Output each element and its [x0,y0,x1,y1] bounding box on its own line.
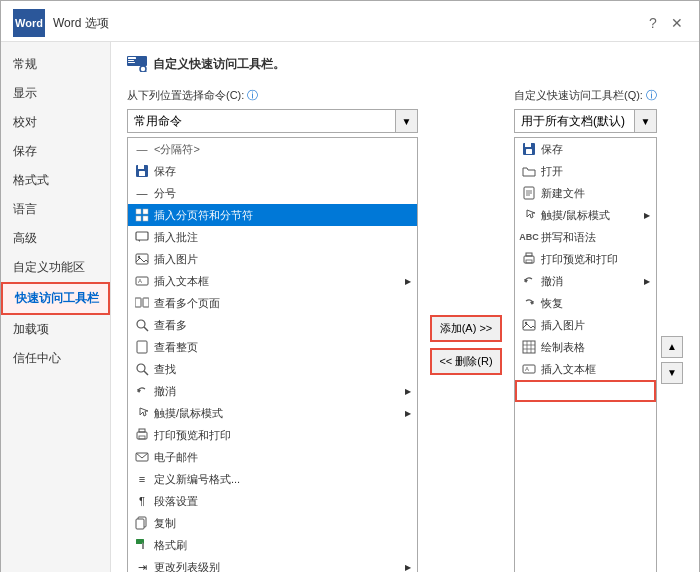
undo-arrow-icon: ▶ [405,387,411,396]
svg-line-5 [146,72,148,73]
svg-rect-8 [139,171,145,176]
from-dropdown[interactable]: 常用命令所有命令文件菜单开始选项卡 [127,109,396,133]
svg-rect-49 [523,341,535,353]
up-down-buttons: ▲ ▼ [661,88,683,572]
svg-rect-7 [138,165,144,169]
from-info-icon[interactable]: ⓘ [247,89,258,101]
svg-line-25 [144,371,148,375]
sidebar-item-customize-ribbon[interactable]: 自定义功能区 [1,253,110,282]
svg-point-21 [137,320,145,328]
svg-rect-19 [135,298,141,307]
list-item[interactable]: 打开 [515,160,656,182]
list-item[interactable]: 保存 [128,160,417,182]
list-item[interactable]: 恢复 [515,292,656,314]
sidebar-item-display[interactable]: 显示 [1,79,110,108]
add-button[interactable]: 添加(A) >> [430,315,502,342]
list-item[interactable]: 打印预览和打印 [128,424,417,446]
from-dropdown-arrow[interactable]: ▼ [396,109,418,133]
move-up-button[interactable]: ▲ [661,336,683,358]
section-title-text: 自定义快速访问工具栏。 [153,56,285,73]
list-item[interactable]: 插入图片 [515,314,656,336]
svg-marker-14 [138,240,140,242]
right-list-box[interactable]: 保存 打开 [514,137,657,572]
list-item[interactable]: 触摸/鼠标模式 ▶ [128,402,417,424]
sidebar-item-language[interactable]: 语言 [1,195,110,224]
list-item[interactable]: 查看整页 [128,336,417,358]
left-list-box[interactable]: — <分隔符> 保存 — 分号 [127,137,418,572]
sidebar-item-qat[interactable]: 快速访问工具栏 [1,282,110,315]
svg-point-24 [137,364,145,372]
list-item[interactable]: 撤消 ▶ [128,380,417,402]
list-item[interactable]: 查找 [128,358,417,380]
list-item[interactable]: 查看多个页面 [128,292,417,314]
sidebar-item-addins[interactable]: 加载项 [1,315,110,344]
list-item[interactable]: ≡ 定义新编号格式... [128,468,417,490]
list-item[interactable]: ABC 拼写和语法 [515,226,656,248]
list-item[interactable]: 打印预览和打印 [515,248,656,270]
list-item[interactable]: — <分隔符> [128,138,417,160]
new-file-icon [521,185,537,201]
sidebar-item-save[interactable]: 保存 [1,137,110,166]
comment-icon [134,229,150,245]
dialog-body: 常规 显示 校对 保存 格式式 语言 高级 自定义功能区 [1,42,699,572]
list-item[interactable]: A 插入文本框 ▶ [128,270,417,292]
spell-icon: ABC [521,229,537,245]
move-down-button[interactable]: ▼ [661,362,683,384]
svg-rect-27 [137,432,147,439]
list-item[interactable]: 保存 [515,138,656,160]
list-item[interactable]: — 分号 [128,182,417,204]
list-item[interactable]: A 插入文本框 [515,358,656,380]
to-info-icon[interactable]: ⓘ [646,89,657,101]
svg-rect-36 [525,143,531,147]
list-item[interactable]: 复制 [128,512,417,534]
right-with-arrows: 自定义快速访问工具栏(Q): ⓘ 用于所有文档(默认)用于当前文档 ▼ [514,88,683,572]
list-item[interactable]: 新建文件 [515,182,656,204]
middle-panel: 添加(A) >> << 删除(R) [426,88,506,572]
title-bar-left: Word Word 选项 [13,9,109,37]
undo-r-icon [521,273,537,289]
from-label: 从下列位置选择命令(C): ⓘ [127,88,418,103]
list-item[interactable]: 触摸/鼠标模式 ▶ [515,204,656,226]
close-button[interactable]: ✕ [667,13,687,33]
svg-rect-32 [136,519,144,529]
insert-pic-r-icon [521,317,537,333]
sidebar-item-format[interactable]: 格式式 [1,166,110,195]
to-dropdown-arrow[interactable]: ▼ [635,109,657,133]
sidebar-item-trust[interactable]: 信任中心 [1,344,110,373]
to-dropdown[interactable]: 用于所有文档(默认)用于当前文档 [514,109,635,133]
three-panel: 从下列位置选择命令(C): ⓘ 常用命令所有命令文件菜单开始选项卡 ▼ — <分… [127,88,683,572]
highlighted-empty-item[interactable] [515,380,656,402]
separator-icon: — [134,141,150,157]
svg-rect-37 [526,149,532,154]
touch-r-arrow: ▶ [644,211,650,220]
find-icon [134,361,150,377]
list-item[interactable]: 插入图片 [128,248,417,270]
list-item[interactable]: 绘制表格 [515,336,656,358]
list-item[interactable]: 格式刷 [128,534,417,556]
list-item[interactable]: 撤消 ▶ [515,270,656,292]
list-item-selected[interactable]: 插入分页符和分节符 [128,204,417,226]
svg-rect-15 [136,254,148,264]
list-item[interactable]: 电子邮件 [128,446,417,468]
format-painter-icon [134,537,150,553]
help-button[interactable]: ? [643,13,663,33]
svg-rect-3 [128,62,135,63]
list-item[interactable]: ⇥ 更改列表级别 ▶ [128,556,417,572]
svg-text:A: A [138,278,142,284]
svg-rect-43 [526,253,532,256]
list-item[interactable]: 插入批注 [128,226,417,248]
sidebar-item-proofing[interactable]: 校对 [1,108,110,137]
textbox-icon: A [134,273,150,289]
open-icon [521,163,537,179]
sidebar-item-advanced[interactable]: 高级 [1,224,110,253]
from-dropdown-row: 常用命令所有命令文件菜单开始选项卡 ▼ [127,109,418,133]
word-options-dialog: Word Word 选项 ? ✕ 常规 显示 校对 保存 格式式 [0,0,700,572]
left-panel: 从下列位置选择命令(C): ⓘ 常用命令所有命令文件菜单开始选项卡 ▼ — <分… [127,88,418,572]
svg-rect-23 [137,341,147,353]
remove-button[interactable]: << 删除(R) [430,348,502,375]
sidebar-item-general[interactable]: 常规 [1,50,110,79]
list-item[interactable]: ¶ 段落设置 [128,490,417,512]
list-item[interactable]: 查看多 [128,314,417,336]
sep2-icon: — [134,185,150,201]
title-bar: Word Word 选项 ? ✕ [1,1,699,42]
